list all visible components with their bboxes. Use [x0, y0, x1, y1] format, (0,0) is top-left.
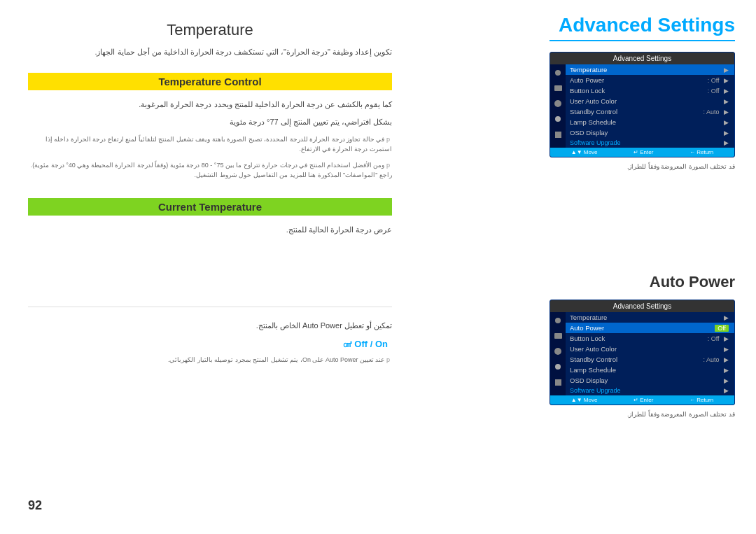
item-arrow: ▶: [724, 346, 729, 353]
p-marker-3: p: [386, 356, 390, 363]
item-arrow: ▶: [724, 367, 729, 374]
right-column-top: Advanced Settings Advanced Settings Temp…: [550, 14, 735, 180]
item-value: : Off ▶: [708, 335, 729, 342]
icon-sb-b: [553, 377, 563, 387]
nav-return: ← Return: [690, 149, 713, 155]
menu-bottom-bar-top: ▲▼ Move ↵ Enter ← Return: [550, 148, 734, 157]
temperature-control-block: Temperature Control كما يقوم بالكشف عن د…: [28, 64, 392, 181]
icon-buttonlock: [553, 99, 563, 108]
item-label: Standby Control: [570, 356, 617, 363]
item-label: Temperature: [570, 314, 607, 321]
item-arrow: ▶: [724, 139, 729, 146]
page-number: 92: [28, 498, 42, 513]
nav-move-b: ▲▼ Move: [571, 397, 598, 403]
item-arrow: ▶: [724, 129, 729, 136]
current-arabic: عرض درجة الحرارة الحالية للمنتج.: [28, 224, 392, 237]
item-arrow: ▶: [724, 387, 729, 394]
nav-return-b: ← Return: [690, 397, 713, 403]
item-label: Software Upgrade: [570, 139, 621, 146]
control-note-2: p ومن الأفضل استخدام المنتج في درجات حرا…: [28, 160, 392, 181]
item-arrow: ▶: [724, 314, 729, 321]
auto-power-enable-text: تمكين أو تعطيل Auto Power الخاص بالمنتج.: [28, 320, 392, 332]
menu-item-osd[interactable]: OSD Display ▶: [566, 127, 734, 138]
menu-item-b-userautocolor[interactable]: User Auto Color ▶: [566, 344, 734, 354]
item-arrow: ▶: [724, 119, 729, 126]
item-value: : Off ▶: [708, 87, 729, 94]
menu-items-bottom: Temperature ▶ Auto Power Off Button Lock…: [566, 312, 734, 395]
item-value: : Off ▶: [708, 77, 729, 84]
item-label: Standby Control: [570, 108, 617, 115]
item-label: Button Lock: [570, 87, 605, 94]
icon-usercolor: [553, 114, 563, 124]
off-on-label: ㎠ Off / On: [28, 338, 392, 351]
icon-uc-b: [553, 362, 563, 372]
temperature-section: Temperature تكوين إعداد وظيفة "درجة الحر…: [28, 21, 392, 246]
menu-item-b-buttonlock[interactable]: Button Lock : Off ▶: [566, 333, 734, 344]
item-label: User Auto Color: [570, 97, 617, 105]
item-label: Auto Power: [570, 324, 604, 332]
menu-content-bottom: Temperature ▶ Auto Power Off Button Lock…: [550, 312, 734, 395]
menu-item-autopower[interactable]: Auto Power : Off ▶: [566, 75, 734, 85]
item-value: : Auto ▶: [703, 108, 729, 115]
auto-power-section: تمكين أو تعطيل Auto Power الخاص بالمنتج.…: [28, 294, 392, 370]
menu-item-b-temperature[interactable]: Temperature ▶: [566, 312, 734, 323]
item-label: User Auto Color: [570, 345, 617, 353]
right-column-bottom: Auto Power Advanced Settings Temperature…: [550, 273, 735, 428]
caption-top: قد تختلف الصورة المعروضة وفقاً للطراز.: [550, 163, 735, 170]
item-label: Lamp Schedule: [570, 118, 616, 126]
menu-item-standby[interactable]: Standby Control : Auto ▶: [566, 106, 734, 117]
icon-standby: [553, 129, 563, 139]
caption-bottom: قد تختلف الصورة المعروضة وفقاً للطراز.: [550, 411, 735, 418]
item-label: Temperature: [570, 66, 607, 73]
item-label: OSD Display: [570, 377, 608, 384]
temperature-title: Temperature: [28, 21, 392, 39]
menu-item-b-autopower[interactable]: Auto Power Off: [566, 323, 734, 333]
item-value-on: Off: [715, 325, 729, 332]
divider: [28, 307, 392, 307]
item-arrow: ▶: [724, 98, 729, 105]
temperature-control-label: Temperature Control: [28, 73, 392, 90]
p-marker-1: p: [386, 136, 390, 143]
item-label: Button Lock: [570, 335, 605, 342]
p-marker-2: p: [386, 162, 390, 169]
nav-move: ▲▼ Move: [571, 149, 598, 155]
menu-content-top: Temperature ▶ Auto Power : Off ▶ Button …: [550, 64, 734, 148]
current-temperature-block: Current Temperature عرض درجة الحرارة الح…: [28, 190, 392, 237]
item-arrow: ▶: [724, 66, 729, 73]
menu-icons-bottom: [550, 312, 566, 395]
menu-box-bottom: Advanced Settings Temperature ▶ Auto Pow…: [550, 300, 735, 405]
menu-items-top: Temperature ▶ Auto Power : Off ▶ Button …: [566, 64, 734, 148]
control-arabic-1: كما يقوم بالكشف عن درجة الحرارة الداخلية…: [28, 99, 392, 111]
menu-item-userautocolor[interactable]: User Auto Color ▶: [566, 96, 734, 106]
menu-item-b-standby[interactable]: Standby Control : Auto ▶: [566, 354, 734, 365]
control-note-1: p في حالة تجاوز درجة الحرارة للدرجة المح…: [28, 134, 392, 155]
icon-bl-b: [553, 346, 563, 356]
auto-power-note: p عند تعيين Auto Power على On، يتم تشغيل…: [28, 355, 392, 365]
current-temperature-label: Current Temperature: [28, 198, 392, 216]
auto-power-right-title: Auto Power: [550, 273, 735, 291]
menu-item-b-software[interactable]: Software Upgrade ▶: [566, 386, 734, 395]
menu-item-lamp[interactable]: Lamp Schedule ▶: [566, 117, 734, 127]
icon-ap-b: [553, 331, 563, 341]
advanced-settings-title: Advanced Settings: [550, 14, 735, 41]
nav-enter-b: ↵ Enter: [634, 397, 653, 403]
item-value: : Auto ▶: [703, 356, 729, 363]
menu-box-top: Advanced Settings Temperature ▶ Auto Pow…: [550, 52, 735, 157]
item-label: Auto Power: [570, 76, 604, 84]
item-arrow: ▶: [724, 377, 729, 384]
menu-item-software[interactable]: Software Upgrade ▶: [566, 138, 734, 148]
menu-icons-top: [550, 64, 566, 148]
item-label: Software Upgrade: [570, 387, 621, 394]
menu-item-b-osd[interactable]: OSD Display ▶: [566, 375, 734, 386]
icon-temperature: [553, 68, 563, 78]
item-label: OSD Display: [570, 129, 608, 136]
menu-item-b-lamp[interactable]: Lamp Schedule ▶: [566, 365, 734, 375]
menu-header-bottom: Advanced Settings: [550, 300, 734, 312]
menu-item-buttonlock[interactable]: Button Lock : Off ▶: [566, 85, 734, 96]
temperature-intro: تكوين إعداد وظيفة "درجة الحرارة"، التي ت…: [28, 46, 392, 59]
menu-item-temperature[interactable]: Temperature ▶: [566, 64, 734, 75]
item-label: Lamp Schedule: [570, 366, 616, 374]
menu-bottom-bar-bottom: ▲▼ Move ↵ Enter ← Return: [550, 395, 734, 405]
menu-header-top: Advanced Settings: [550, 52, 734, 64]
icon-temp-b: [553, 316, 563, 325]
